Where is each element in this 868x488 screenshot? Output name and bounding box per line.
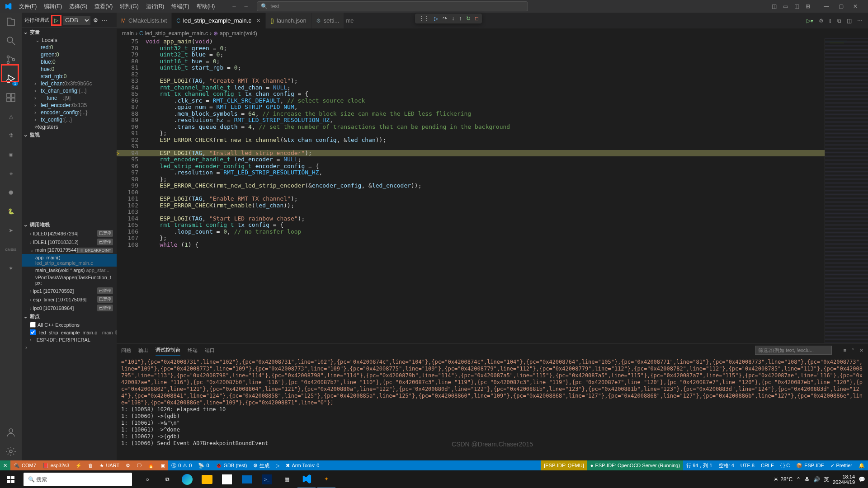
debug-drag-icon[interactable]: ⋮⋮ <box>419 15 429 22</box>
explorer-app-icon[interactable] <box>198 470 216 488</box>
nav-forward-icon[interactable]: → <box>243 3 249 9</box>
thread[interactable]: › ipc0 [1070168964]已暂停 <box>22 304 117 312</box>
tab-problems[interactable]: 问题 <box>121 345 131 356</box>
store-icon[interactable] <box>218 470 236 488</box>
split-icon[interactable]: ⫿ <box>829 18 832 24</box>
sb-openocd[interactable]: ● ESP-IDF: OpenOCD Server (Running) <box>587 460 683 470</box>
menu-edit[interactable]: 编辑(E) <box>41 1 65 12</box>
mail-icon[interactable] <box>238 470 256 488</box>
toggle-panel-bottom-icon[interactable]: ▭ <box>783 3 788 9</box>
editor-tab[interactable]: Cled_strip_example_main.c✕ <box>172 13 266 28</box>
var-hue[interactable]: hue: 0 <box>29 66 117 73</box>
var-tx_chan_config[interactable]: ›tx_chan_config: {...} <box>29 87 117 94</box>
task-view-icon[interactable]: ⧉ <box>158 470 176 488</box>
sb-cursor[interactable]: 行 94，列 1 <box>683 460 715 470</box>
run-file-icon[interactable]: ▷▾ <box>807 18 813 24</box>
frame[interactable]: app_main() led_strip_example_main.c <box>22 254 117 267</box>
debug-console-output[interactable]: ="101"},{pc="0x42008731",line="102"},{pc… <box>117 357 868 460</box>
tray-ime-icon[interactable]: 英 <box>824 476 829 483</box>
var-led_encoder[interactable]: ›led_encoder: 0x135 <box>29 102 117 109</box>
sb-star[interactable]: ★ UART <box>96 460 123 470</box>
editor-tab[interactable]: {}launch.json <box>266 13 311 28</box>
menu-view[interactable]: 查看(V) <box>91 1 116 12</box>
layout-icon[interactable]: ◫ <box>847 18 852 24</box>
app-icon[interactable]: ▦ <box>278 470 296 488</box>
tray-volume-icon[interactable]: 🔊 <box>813 476 820 483</box>
thread[interactable]: › IDLE0 [4294967294]已暂停 <box>22 229 117 238</box>
source-control-icon[interactable] <box>5 54 16 65</box>
debug-step-into-icon[interactable]: ↓ <box>452 15 454 22</box>
var-encoder_config[interactable]: ›encoder_config: {...} <box>29 109 117 116</box>
vscode-taskbar-icon[interactable] <box>297 470 316 488</box>
sb-errors[interactable]: ⓧ0 ⚠0 <box>168 460 195 470</box>
breakpoints-section-header[interactable]: ⌄断点 <box>22 312 117 321</box>
search-activity-icon[interactable] <box>5 35 16 46</box>
command-center[interactable]: 🔍 test <box>257 1 528 11</box>
window-maximize-icon[interactable]: ▢ <box>834 3 848 9</box>
menu-help[interactable]: 帮助(H) <box>193 1 218 12</box>
minimap[interactable] <box>825 38 868 343</box>
var-__func__[interactable]: ›__func__: [9] <box>29 94 117 102</box>
thread[interactable]: › ipc1 [1070170592]已暂停 <box>22 286 117 295</box>
debug-continue-icon[interactable]: ▷ <box>434 15 438 22</box>
run-debug-icon[interactable]: 1 <box>5 73 16 84</box>
panel-clear-icon[interactable]: ≡ <box>844 347 846 353</box>
compare-icon[interactable]: ⚙ <box>819 18 824 24</box>
debug-step-out-icon[interactable]: ↑ <box>459 15 462 22</box>
scope-locals[interactable]: ⌄Locals <box>29 37 117 44</box>
var-led_chan[interactable]: ›led_chan: 0x3fc9b66c <box>29 80 117 87</box>
panel-close-icon[interactable]: ✕ <box>859 347 863 353</box>
diff-icon[interactable]: ⧉ <box>837 18 841 24</box>
taskbar-search[interactable]: 🔍 搜索 <box>24 473 132 486</box>
callstack-section-header[interactable]: ⌄调用堆栈 <box>22 221 117 229</box>
debug-stop-icon[interactable]: □ <box>475 15 478 22</box>
python-icon[interactable]: 🐍 <box>5 206 16 217</box>
customize-layout-icon[interactable]: ⊞ <box>806 3 810 9</box>
testing-icon[interactable]: ⚗ <box>5 130 16 141</box>
sb-trash[interactable]: 🗑 <box>85 460 96 470</box>
sidebar-overflow-icon[interactable]: › <box>22 343 117 352</box>
sb-prettier[interactable]: ✓ Prettier <box>827 460 855 470</box>
bp-file[interactable]: led_strip_example_main.c main 94 <box>22 328 117 336</box>
variables-section-header[interactable]: ⌄变量 <box>22 28 117 37</box>
bp-allcpp-checkbox[interactable] <box>30 322 36 328</box>
tab-terminal[interactable]: 终端 <box>188 345 198 356</box>
explorer-icon[interactable] <box>5 16 16 27</box>
var-start_rgb[interactable]: start_rgb: 0 <box>29 73 117 80</box>
settings-gear-icon[interactable] <box>5 446 16 457</box>
editor-tab[interactable]: ⚙setti... <box>311 13 344 28</box>
menu-file[interactable]: 文件(F) <box>16 1 40 12</box>
sb-spaces[interactable]: 空格: 4 <box>716 460 737 470</box>
debug-restart-icon[interactable]: ↻ <box>466 15 471 22</box>
start-button[interactable] <box>0 470 22 488</box>
watch-section-header[interactable]: ⌄监视 <box>22 131 117 139</box>
cmsis-icon[interactable]: CMSIS <box>5 244 16 255</box>
nav-back-icon[interactable]: ← <box>231 3 237 9</box>
weather-widget[interactable]: ☀ 28°C <box>774 476 793 483</box>
thread[interactable]: › esp_timer [1070175036]已暂停 <box>22 295 117 304</box>
sb-box[interactable]: ▣ <box>157 460 168 470</box>
esp-icon[interactable]: ✶ <box>5 263 16 274</box>
sb-monitor[interactable]: 🖵 <box>133 460 145 470</box>
var-green[interactable]: green: 0 <box>29 51 117 58</box>
bp-file-checkbox[interactable] <box>30 329 36 335</box>
tab-output[interactable]: 输出 <box>138 345 148 356</box>
tray-chevron-icon[interactable]: ⌃ <box>796 476 801 483</box>
app2-icon[interactable]: ✦ <box>317 470 335 488</box>
var-tx_config[interactable]: ›tx_config: {...} <box>29 116 117 123</box>
window-close-icon[interactable]: ✕ <box>848 3 863 9</box>
window-minimize-icon[interactable]: — <box>819 3 834 9</box>
sb-language[interactable]: { } C <box>777 460 793 470</box>
sb-eol[interactable]: CRLF <box>758 460 777 470</box>
powershell-icon[interactable]: >_ <box>258 470 276 488</box>
menu-run[interactable]: 运行(R) <box>143 1 168 12</box>
var-blue[interactable]: blue: 0 <box>29 58 117 66</box>
code-editor[interactable]: 75void app_main(void)78 uint32_t green =… <box>117 38 825 343</box>
config-gear-icon[interactable]: ⚙ <box>93 17 98 23</box>
sb-arm[interactable]: ✖ Arm Tools: 0 <box>283 460 322 470</box>
remote-icon[interactable]: ◉ <box>5 149 16 160</box>
cortana-icon[interactable]: ○ <box>138 470 156 488</box>
menu-goto[interactable]: 转到(G) <box>117 1 142 12</box>
sb-run[interactable]: ▷ <box>273 460 283 470</box>
arrow-icon[interactable]: ➤ <box>5 225 16 236</box>
